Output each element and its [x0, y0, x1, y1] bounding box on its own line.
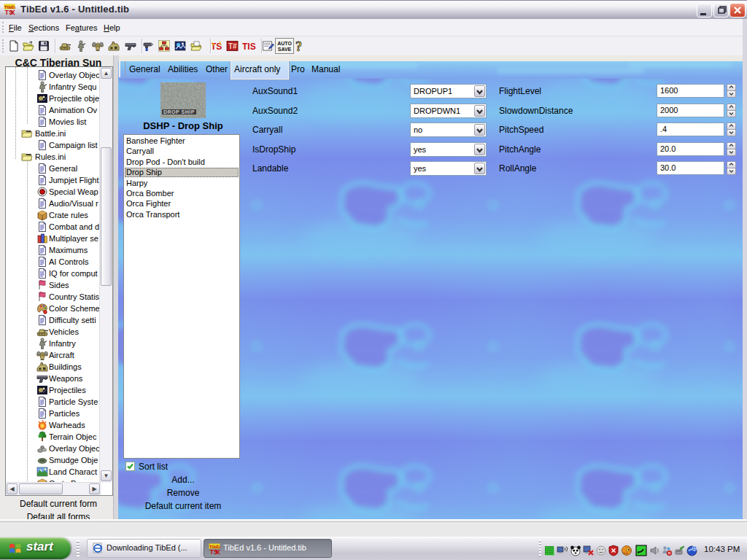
svg-text:TIS: TIS: [242, 42, 256, 52]
svg-text:?: ?: [295, 40, 302, 52]
svg-text:T#: T#: [228, 42, 237, 50]
